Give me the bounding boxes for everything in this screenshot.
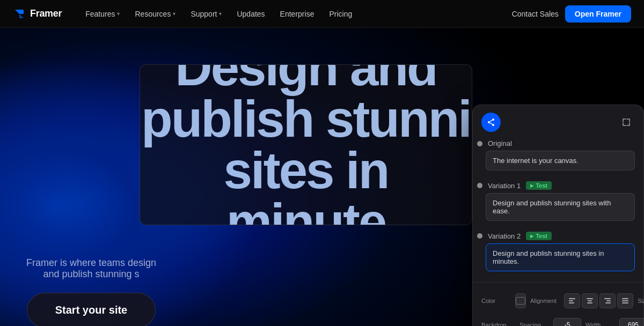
variation1-row: Variation 1 ▶ Test: [481, 181, 635, 190]
svg-rect-6: [569, 300, 573, 301]
canvas-heading: Design andpublish stunnisites in minute: [140, 64, 472, 225]
logo[interactable]: Framer: [13, 8, 62, 20]
variation1-test-button[interactable]: ▶ Test: [526, 181, 552, 190]
nav-enterprise[interactable]: Enterprise: [274, 6, 321, 21]
svg-rect-9: [588, 300, 592, 301]
align-center-icon: [587, 298, 593, 303]
nav-links: Features ▾ Resources ▾ Support ▾ Updates…: [79, 6, 511, 21]
align-justify-button[interactable]: [617, 293, 633, 308]
canvas-panel: Design andpublish stunnisites in minute: [140, 64, 472, 225]
variation2-row: Variation 2 ▶ Test: [481, 232, 635, 240]
svg-rect-15: [622, 300, 628, 301]
width-label: Width: [586, 322, 615, 326]
nav-support[interactable]: Support ▾: [184, 6, 228, 21]
align-justify-icon: [622, 298, 628, 303]
nav-right: Contact Sales Open Framer: [512, 5, 631, 23]
original-text-box: The internet is your canvas.: [486, 151, 635, 171]
chevron-down-icon: ▾: [173, 11, 175, 17]
variation2-text-box: Design and publish stunning sites in min…: [486, 243, 635, 271]
variation2-label: Variation 2: [488, 232, 521, 240]
share-icon: [487, 118, 495, 127]
floating-panel: Original The internet is your canvas. Va…: [472, 105, 644, 326]
svg-rect-14: [622, 298, 628, 299]
alignment-label: Alignment: [530, 298, 560, 304]
svg-rect-8: [587, 298, 593, 299]
variation1-dot: [477, 183, 482, 188]
panel-controls: Color Alignment: [473, 285, 643, 326]
alignment-group: [564, 293, 633, 308]
color-picker[interactable]: [515, 293, 526, 308]
expand-button[interactable]: [618, 114, 635, 131]
panel-divider: [473, 282, 643, 283]
svg-point-1: [488, 121, 490, 123]
align-right-icon: [604, 298, 611, 303]
nav-resources[interactable]: Resources ▾: [128, 6, 182, 21]
svg-rect-12: [606, 300, 611, 301]
svg-rect-16: [622, 302, 628, 303]
spacing-label: Spacing: [519, 322, 549, 326]
svg-rect-7: [569, 302, 574, 303]
svg-line-4: [490, 123, 493, 124]
nav-features[interactable]: Features ▾: [79, 6, 126, 21]
svg-rect-11: [604, 298, 611, 299]
variation2-test-button[interactable]: ▶ Test: [526, 232, 552, 240]
width-input[interactable]: [619, 318, 644, 326]
svg-point-2: [492, 124, 494, 126]
chevron-down-icon: ▾: [219, 11, 222, 17]
contact-sales-link[interactable]: Contact Sales: [512, 10, 559, 18]
controls-row-1: Color Alignment: [481, 290, 635, 312]
svg-rect-5: [569, 298, 575, 299]
nav-updates[interactable]: Updates: [230, 6, 271, 21]
variation2-section: Variation 2 ▶ Test Design and publish st…: [473, 229, 643, 280]
size-label: Size: [638, 298, 644, 304]
controls-row-2: Backdrop Spacing Width Height Weight: [481, 317, 635, 326]
open-framer-button[interactable]: Open Framer: [565, 5, 631, 23]
panel-header: [473, 105, 643, 137]
backdrop-label: Backdrop: [481, 322, 511, 326]
align-left-button[interactable]: [564, 293, 580, 308]
framer-logo-icon: [13, 8, 26, 20]
align-center-button[interactable]: [582, 293, 598, 308]
play-icon: ▶: [530, 234, 533, 239]
navbar: Framer Features ▾ Resources ▾ Support ▾ …: [0, 0, 644, 28]
play-icon: ▶: [530, 183, 533, 188]
nav-pricing[interactable]: Pricing: [323, 6, 358, 21]
share-button[interactable]: [481, 113, 501, 132]
original-row: Original: [481, 139, 635, 147]
color-swatch-inner: [516, 297, 525, 305]
logo-text: Framer: [30, 8, 62, 19]
variation2-dot: [477, 233, 482, 239]
expand-icon: [622, 118, 631, 127]
original-dot: [477, 141, 482, 146]
svg-line-3: [490, 120, 493, 121]
variation1-section: Variation 1 ▶ Test Design and publish st…: [473, 179, 643, 229]
align-left-icon: [569, 298, 575, 303]
svg-rect-13: [605, 302, 611, 303]
chevron-down-icon: ▾: [117, 11, 120, 17]
hero-subtext: Framer is where teams design and publish…: [0, 257, 182, 280]
svg-rect-10: [587, 302, 592, 303]
variation1-label: Variation 1: [488, 182, 521, 190]
start-site-button[interactable]: Start your site: [27, 293, 156, 326]
variation1-text-box: Design and publish stunning sites with e…: [486, 193, 635, 221]
original-label: Original: [488, 139, 512, 147]
svg-point-0: [492, 118, 494, 121]
spacing-input[interactable]: [553, 318, 581, 326]
color-label: Color: [481, 298, 511, 304]
original-section: Original The internet is your canvas.: [473, 137, 643, 179]
align-right-button[interactable]: [599, 293, 616, 308]
